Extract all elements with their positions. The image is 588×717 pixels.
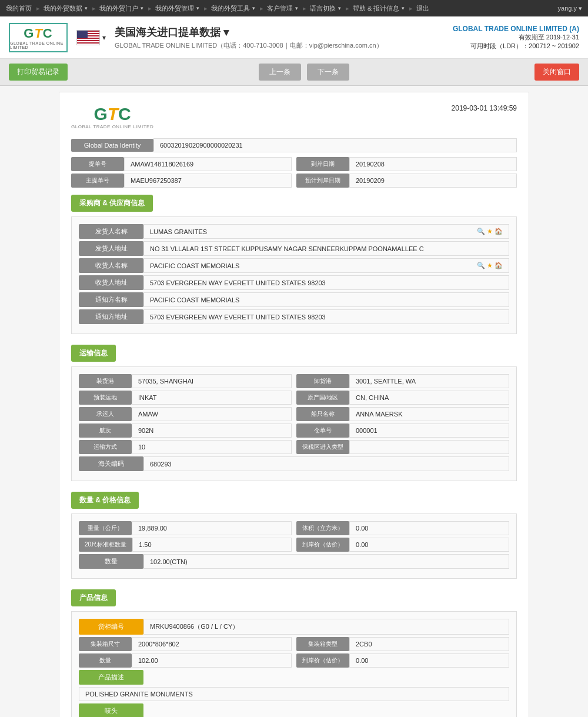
bill-no-value: AMAW148118026169 bbox=[124, 157, 292, 171]
nav-foreign-portal[interactable]: 我的外贸门户 ▾ bbox=[99, 4, 145, 13]
nav-logout[interactable]: 退出 bbox=[416, 4, 430, 13]
bonded-value bbox=[349, 440, 509, 454]
dropdown-arrow-flag[interactable]: ▾ bbox=[102, 34, 106, 42]
buyer-supplier-header: 采购商 & 供应商信息 bbox=[71, 195, 153, 212]
company-logo: GTC GLOBAL TRADE ONLINE LIMITED bbox=[9, 23, 68, 52]
description-value-row: POLISHED GRANITE MONUMENTS bbox=[79, 687, 509, 701]
description-label: 产品描述 bbox=[79, 670, 143, 685]
warehouse-value: 000001 bbox=[349, 423, 509, 438]
identity-row: Global Data Identity 6003201902090000002… bbox=[71, 138, 517, 152]
prod-qty-value: 102.00 bbox=[132, 653, 292, 668]
document-container: G T C GLOBAL TRADE ONLINE LIMITED 2019-0… bbox=[59, 92, 529, 717]
arrival-price-label: 到岸价（估价） bbox=[296, 538, 349, 552]
voyage-pair: 航次 902N bbox=[79, 423, 292, 438]
container-size-pair: 集装箱尺寸 2000*806*802 bbox=[79, 637, 292, 651]
warehouse-label: 仓单号 bbox=[296, 423, 349, 438]
shipper-address-label: 发货人地址 bbox=[79, 241, 143, 256]
weight-volume-row: 重量（公斤） 19,889.00 体积（立方米） 0.00 bbox=[79, 521, 509, 535]
estimated-arrival-label: 预计到岸日期 bbox=[296, 174, 349, 188]
vessel-pair: 船只名称 ANNA MAERSK bbox=[296, 407, 509, 421]
top-toolbar: 打印贸易记录 上一条 下一条 关闭窗口 bbox=[0, 59, 588, 86]
consignee-home-icon[interactable]: 🏠 bbox=[495, 262, 503, 269]
nav-foreign-manage[interactable]: 我的外贸管理 ▾ bbox=[155, 4, 201, 13]
bonded-pair: 保税区进入类型 bbox=[296, 440, 509, 454]
vessel-label: 船只名称 bbox=[296, 407, 349, 421]
transport-bonded-row: 运输方式 10 保税区进入类型 bbox=[79, 440, 509, 454]
nav-foreign-tools[interactable]: 我的外贸工具 ▾ bbox=[211, 4, 256, 13]
prev-button[interactable]: 上一条 bbox=[259, 64, 301, 81]
nav-help[interactable]: 帮助 & 报计信息 ▾ bbox=[353, 4, 406, 13]
page-header: GTC GLOBAL TRADE ONLINE LIMITED ▾ 美国海关进口… bbox=[0, 16, 588, 59]
top-navigation: 我的首页 ▸ 我的外贸数据 ▾ ▸ 我的外贸门户 ▾ ▸ 我的外贸管理 ▾ ▸ … bbox=[0, 0, 588, 16]
discharge-port-label: 卸货港 bbox=[296, 374, 349, 388]
nav-customer[interactable]: 客户管理 ▾ bbox=[267, 4, 299, 13]
print-button[interactable]: 打印贸易记录 bbox=[9, 64, 68, 81]
prod-qty-label: 数量 bbox=[79, 653, 132, 668]
prod-price-pair: 到岸价（估价） 0.00 bbox=[296, 653, 509, 668]
main-content: G T C GLOBAL TRADE ONLINE LIMITED 2019-0… bbox=[0, 86, 588, 717]
estimated-arrival-pair: 预计到岸日期 20190209 bbox=[296, 174, 517, 188]
navigation-buttons: 上一条 下一条 bbox=[253, 64, 349, 81]
marks-label: 唛头 bbox=[79, 703, 143, 717]
bonded-label: 保税区进入类型 bbox=[296, 440, 349, 454]
pre-transport-label: 预装运地 bbox=[79, 391, 132, 405]
prod-qty-pair: 数量 102.00 bbox=[79, 653, 292, 668]
voyage-warehouse-row: 航次 902N 仓单号 000001 bbox=[79, 423, 509, 438]
shipper-search-icon[interactable]: 🔍 bbox=[477, 228, 485, 235]
notify-name-value: PACIFIC COAST MEMORIALS bbox=[143, 292, 509, 307]
weight-pair: 重量（公斤） 19,889.00 bbox=[79, 521, 292, 535]
buyer-supplier-section: 发货人名称 LUMAS GRANITES 🔍 ★ 🏠 发货人地址 NO 31 V… bbox=[71, 216, 517, 334]
us-flag bbox=[76, 30, 100, 45]
close-button[interactable]: 关闭窗口 bbox=[534, 64, 579, 81]
consignee-star-icon[interactable]: ★ bbox=[487, 262, 493, 269]
consignee-search-icon[interactable]: 🔍 bbox=[477, 262, 485, 269]
company-name: GLOBAL TRADE ONLINE LIMITED (A) bbox=[453, 25, 579, 33]
shipper-address-row: 发货人地址 NO 31 VLLALAR 1ST STREET KUPPUSAMY… bbox=[79, 241, 509, 256]
master-bill-pair: 主提单号 MAEU967250387 bbox=[71, 174, 292, 188]
user-info: yang.y ▾ bbox=[558, 5, 582, 12]
header-title-area: 美国海关进口提单数据 ▾ GLOBAL TRADE ONLINE LIMITED… bbox=[115, 25, 383, 50]
vessel-value: ANNA MAERSK bbox=[349, 407, 509, 421]
next-button[interactable]: 下一条 bbox=[307, 64, 349, 81]
container-no-value: MRKU9400866（G0 / L / CY） bbox=[143, 619, 509, 635]
load-port-label: 装货港 bbox=[79, 374, 132, 388]
origin-value: CN, CHINA bbox=[349, 391, 509, 405]
qp-quantity-row: 数量 102.00(CTN) bbox=[79, 554, 509, 569]
nav-foreign-data[interactable]: 我的外贸数据 ▾ bbox=[44, 4, 89, 13]
product-header: 产品信息 bbox=[71, 589, 116, 606]
carrier-pair: 承运人 AMAW bbox=[79, 407, 292, 421]
doc-timestamp: 2019-03-01 13:49:59 bbox=[452, 104, 517, 112]
notify-address-value: 5703 EVERGREEN WAY EVERETT UNITED STATES… bbox=[143, 309, 509, 324]
arrival-date-pair: 到岸日期 20190208 bbox=[296, 157, 517, 171]
shipper-home-icon[interactable]: 🏠 bbox=[495, 228, 503, 235]
transport-mode-value: 10 bbox=[132, 440, 292, 454]
doc-logo: G T C GLOBAL TRADE ONLINE LIMITED bbox=[71, 104, 153, 129]
nav-home[interactable]: 我的首页 bbox=[6, 4, 33, 13]
transport-mode-pair: 运输方式 10 bbox=[79, 440, 292, 454]
arrival-price-pair: 到岸价（估价） 0.00 bbox=[296, 538, 509, 552]
consignee-name-label: 收货人名称 bbox=[79, 258, 143, 273]
customs-label: 海关编码 bbox=[79, 456, 143, 471]
container-type-value: 2CB0 bbox=[349, 637, 509, 651]
prod-price-value: 0.00 bbox=[349, 653, 509, 668]
shipper-star-icon[interactable]: ★ bbox=[487, 228, 493, 235]
discharge-port-value: 3001, SEATTLE, WA bbox=[349, 374, 509, 388]
header-subtitle: GLOBAL TRADE ONLINE LIMITED（电话：400-710-3… bbox=[115, 41, 383, 50]
container-size-type-row: 集装箱尺寸 2000*806*802 集装箱类型 2CB0 bbox=[79, 637, 509, 651]
page-title: 美国海关进口提单数据 ▾ bbox=[115, 25, 383, 39]
volume-value: 0.00 bbox=[349, 521, 509, 535]
flag-area: ▾ bbox=[76, 30, 106, 45]
notify-name-row: 通知方名称 PACIFIC COAST MEMORIALS bbox=[79, 292, 509, 307]
pre-transport-value: INKAT bbox=[132, 391, 292, 405]
nav-language[interactable]: 语言切换 ▾ bbox=[310, 4, 342, 13]
shipper-name-value: LUMAS GRANITES 🔍 ★ 🏠 bbox=[143, 224, 509, 239]
arrival-date-value: 20190208 bbox=[349, 157, 517, 171]
twentyft-price-row: 20尺标准柜数量 1.50 到岸价（估价） 0.00 bbox=[79, 538, 509, 552]
arrival-date-label: 到岸日期 bbox=[296, 157, 349, 171]
container-type-pair: 集装箱类型 2CB0 bbox=[296, 637, 509, 651]
bill-no-pair: 提单号 AMAW148118026169 bbox=[71, 157, 292, 171]
warehouse-pair: 仓单号 000001 bbox=[296, 423, 509, 438]
consignee-address-label: 收货人地址 bbox=[79, 275, 143, 290]
arrival-price-value: 0.00 bbox=[349, 538, 509, 552]
carrier-value: AMAW bbox=[132, 407, 292, 421]
